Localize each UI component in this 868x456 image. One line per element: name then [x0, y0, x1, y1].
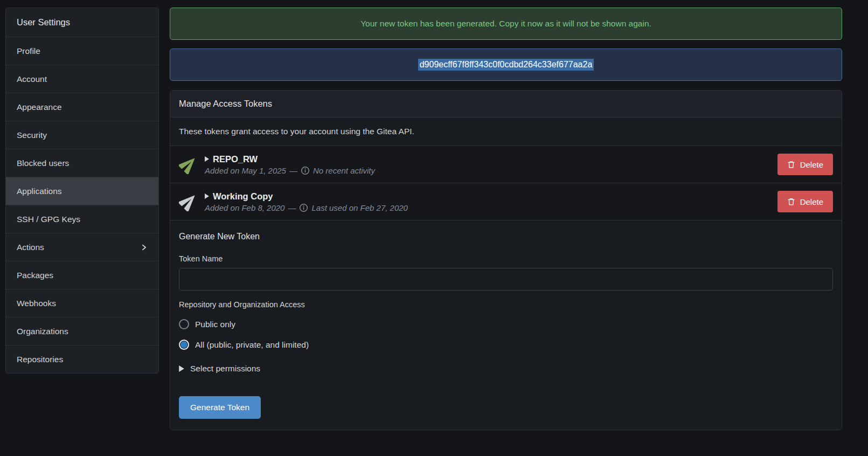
panel-title: Manage Access Tokens — [170, 91, 842, 118]
token-name-input[interactable] — [179, 268, 833, 291]
meta-separator: — — [288, 203, 296, 212]
caret-right-icon — [205, 194, 209, 199]
trash-icon — [787, 160, 795, 169]
token-row: Working Copy Added on Feb 8, 2020 — Last… — [170, 183, 842, 220]
radio-label: All (public, private, and limited) — [195, 340, 309, 350]
send-icon — [179, 155, 198, 174]
sidebar-item-label: Account — [17, 74, 47, 84]
send-icon-path — [179, 192, 198, 211]
access-tokens-panel: Manage Access Tokens These tokens grant … — [170, 90, 842, 430]
generate-token-form: Generate New Token Token Name Repository… — [170, 220, 842, 430]
access-radio-option[interactable]: Public only — [179, 319, 833, 329]
select-permissions-label: Select permissions — [190, 364, 260, 374]
sidebar-item-label: Repositories — [17, 355, 63, 364]
token-info: Working Copy Added on Feb 8, 2020 — Last… — [205, 191, 777, 212]
sidebar-item-label: Appearance — [17, 102, 62, 112]
meta-separator: — — [289, 166, 297, 175]
sidebar-item-label: Actions — [17, 243, 44, 252]
sidebar-item-blocked-users[interactable]: Blocked users — [6, 149, 158, 177]
radio-icon[interactable] — [179, 340, 189, 350]
sidebar-item-label: Blocked users — [17, 158, 69, 168]
chevron-right-icon — [140, 244, 148, 251]
sidebar-nav: Profile Account Appearance Security Bloc… — [6, 37, 158, 373]
sidebar-item-repositories[interactable]: Repositories — [6, 346, 158, 373]
sidebar-item-webhooks[interactable]: Webhooks — [6, 289, 158, 317]
token-added: Added on May 1, 2025 — [205, 166, 286, 175]
sidebar-item-label: Profile — [17, 46, 40, 56]
info-icon — [299, 203, 308, 212]
sidebar-item-label: Webhooks — [17, 299, 56, 308]
sidebar-item-label: Applications — [17, 186, 62, 196]
delete-label: Delete — [800, 197, 823, 206]
sidebar-item-ssh-gpg-keys[interactable]: SSH / GPG Keys — [6, 205, 158, 233]
flash-success-message: Your new token has been generated. Copy … — [170, 8, 842, 40]
caret-right-icon — [205, 156, 209, 162]
sidebar-item-security[interactable]: Security — [6, 121, 158, 149]
info-icon — [301, 166, 310, 175]
generate-form-title: Generate New Token — [179, 232, 833, 241]
token-list: REPO_RW Added on May 1, 2025 — No recent… — [170, 146, 842, 220]
token-row: REPO_RW Added on May 1, 2025 — No recent… — [170, 146, 842, 183]
sidebar-title: User Settings — [6, 8, 158, 37]
sidebar-item-appearance[interactable]: Appearance — [6, 93, 158, 121]
token-name-line[interactable]: REPO_RW — [205, 154, 777, 164]
delete-label: Delete — [800, 160, 823, 169]
new-token-value[interactable]: d909ecff67f8ff343c0f0cdbd264c33ef677aa2a — [418, 59, 594, 71]
send-icon — [179, 192, 198, 211]
token-info: REPO_RW Added on May 1, 2025 — No recent… — [205, 154, 777, 175]
access-scope-label: Repository and Organization Access — [179, 300, 833, 309]
sidebar-item-label: Security — [17, 130, 47, 140]
sidebar-item-profile[interactable]: Profile — [6, 37, 158, 65]
token-activity: Last used on Feb 27, 2020 — [311, 203, 407, 212]
radio-label: Public only — [195, 320, 235, 329]
sidebar-item-applications[interactable]: Applications — [6, 177, 158, 205]
main-content: Your new token has been generated. Copy … — [170, 8, 842, 430]
token-activity: No recent activity — [313, 166, 375, 175]
send-icon-path — [179, 155, 198, 174]
token-meta: Added on Feb 8, 2020 — Last used on Feb … — [205, 203, 777, 212]
settings-sidebar: User Settings Profile Account Appearance… — [5, 8, 159, 374]
generate-token-button[interactable]: Generate Token — [179, 396, 261, 419]
caret-right-icon — [179, 365, 184, 372]
sidebar-item-actions[interactable]: Actions — [6, 233, 158, 261]
flash-text: Your new token has been generated. Copy … — [360, 19, 651, 29]
delete-token-button[interactable]: Delete — [777, 191, 833, 212]
panel-description: These tokens grant access to your accoun… — [170, 118, 842, 146]
delete-token-button[interactable]: Delete — [777, 154, 833, 175]
token-name-label: Token Name — [179, 254, 833, 263]
sidebar-item-label: SSH / GPG Keys — [17, 215, 80, 224]
token-name-line[interactable]: Working Copy — [205, 191, 777, 202]
token-name: REPO_RW — [213, 154, 258, 164]
new-token-display[interactable]: d909ecff67f8ff343c0f0cdbd264c33ef677aa2a — [170, 49, 842, 81]
page: User Settings Profile Account Appearance… — [0, 0, 868, 441]
sidebar-item-packages[interactable]: Packages — [6, 261, 158, 289]
sidebar-item-label: Packages — [17, 271, 53, 280]
sidebar-item-organizations[interactable]: Organizations — [6, 317, 158, 346]
sidebar-item-label: Organizations — [17, 327, 68, 336]
trash-icon — [787, 197, 795, 206]
token-meta: Added on May 1, 2025 — No recent activit… — [205, 166, 777, 175]
radio-icon[interactable] — [179, 319, 189, 329]
access-radio-group: Public only All (public, private, and li… — [179, 319, 833, 350]
access-radio-option[interactable]: All (public, private, and limited) — [179, 340, 833, 350]
token-name: Working Copy — [213, 191, 273, 202]
select-permissions-toggle[interactable]: Select permissions — [179, 364, 260, 374]
token-added: Added on Feb 8, 2020 — [205, 203, 284, 212]
sidebar-item-account[interactable]: Account — [6, 65, 158, 93]
